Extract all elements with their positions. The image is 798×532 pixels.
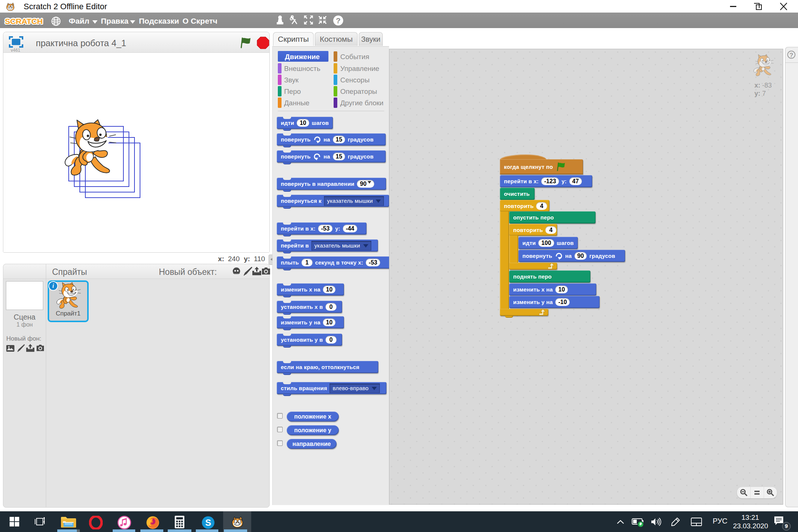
- svg-text:S: S: [205, 518, 211, 528]
- svg-text:?: ?: [336, 16, 341, 25]
